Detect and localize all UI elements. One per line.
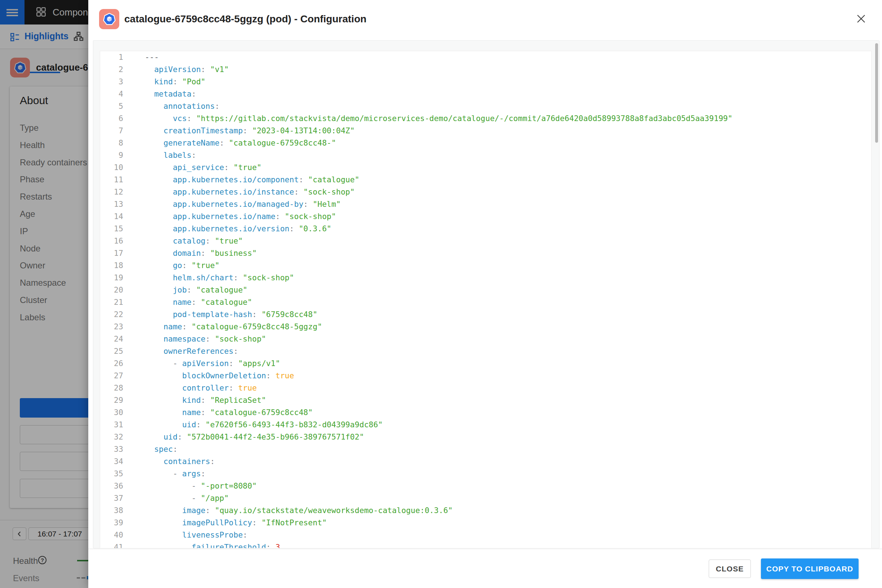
line-content: domain: "business": [123, 247, 257, 260]
code-line: 15 app.kubernetes.io/version: "0.3.6": [100, 223, 871, 235]
code-sheet[interactable]: 1---2 apiVersion: "v1"3 kind: "Pod"4 met…: [100, 51, 872, 548]
line-number: 14: [100, 210, 123, 223]
line-number: 34: [100, 455, 123, 468]
line-content: metadata:: [123, 88, 196, 100]
code-line: 34 containers:: [100, 455, 871, 468]
code-line: 3 kind: "Pod": [100, 76, 871, 88]
line-number: 37: [100, 492, 123, 504]
line-content: uid: "572b0041-44f2-4e35-b966-389767571f…: [123, 431, 364, 443]
line-number: 27: [100, 370, 123, 382]
line-number: 19: [100, 272, 123, 284]
line-number: 30: [100, 406, 123, 418]
line-content: kind: "ReplicaSet": [123, 394, 266, 406]
code-line: 35 - args:: [100, 468, 871, 480]
line-content: livenessProbe:: [123, 529, 248, 541]
line-number: 22: [100, 308, 123, 321]
line-number: 39: [100, 517, 123, 529]
code-line: 18 go: "true": [100, 260, 871, 272]
line-number: 3: [100, 76, 123, 88]
modal-title: catalogue-6759c8cc48-5ggzg (pod) - Confi…: [124, 0, 366, 38]
code-line: 19 helm.sh/chart: "sock-shop": [100, 272, 871, 284]
line-number: 11: [100, 174, 123, 186]
line-number: 7: [100, 124, 123, 137]
line-number: 24: [100, 333, 123, 345]
line-content: controller: true: [123, 382, 257, 394]
screen: Components Highlights: [0, 0, 882, 588]
code-line: 9 labels:: [100, 149, 871, 161]
line-content: go: "true": [123, 260, 219, 272]
line-number: 5: [100, 100, 123, 112]
line-number: 13: [100, 198, 123, 210]
code-line: 39 imagePullPolicy: "IfNotPresent": [100, 517, 871, 529]
code-line: 7 creationTimestamp: "2023-04-13T14:00:0…: [100, 124, 871, 137]
line-number: 6: [100, 112, 123, 124]
line-content: blockOwnerDeletion: true: [123, 370, 294, 382]
line-number: 16: [100, 235, 123, 247]
close-icon[interactable]: [853, 11, 869, 27]
line-content: name: "catalogue": [123, 296, 252, 308]
line-number: 21: [100, 296, 123, 308]
code-line: 4 metadata:: [100, 88, 871, 100]
line-number: 29: [100, 394, 123, 406]
code-line: 27 blockOwnerDeletion: true: [100, 370, 871, 382]
line-number: 12: [100, 186, 123, 198]
line-content: image: "quay.io/stackstate/weaveworksdem…: [123, 504, 453, 517]
code-line: 31 uid: "e7620f56-6493-44f3-b832-d04399a…: [100, 418, 871, 431]
code-line: 30 name: "catalogue-6759c8cc48": [100, 406, 871, 418]
line-content: containers:: [123, 455, 215, 468]
code-line: 21 name: "catalogue": [100, 296, 871, 308]
line-content: - "-port=8080": [123, 480, 257, 492]
line-number: 17: [100, 247, 123, 260]
line-number: 10: [100, 161, 123, 174]
line-number: 31: [100, 418, 123, 431]
line-content: - apiVersion: "apps/v1": [123, 357, 280, 370]
line-number: 23: [100, 321, 123, 333]
line-content: job: "catalogue": [123, 284, 248, 296]
code-line: 6 vcs: "https://gitlab.com/stackvista/de…: [100, 112, 871, 124]
modal-footer: CLOSE COPY TO CLIPBOARD: [88, 549, 882, 588]
line-content: imagePullPolicy: "IfNotPresent": [123, 517, 327, 529]
line-number: 20: [100, 284, 123, 296]
line-number: 26: [100, 357, 123, 370]
scrollbar-thumb[interactable]: [875, 43, 878, 142]
line-content: - args:: [123, 468, 206, 480]
line-content: app.kubernetes.io/managed-by: "Helm": [123, 198, 341, 210]
code-line: 36 - "-port=8080": [100, 480, 871, 492]
line-number: 32: [100, 431, 123, 443]
line-number: 15: [100, 223, 123, 235]
code-line: 5 annotations:: [100, 100, 871, 112]
line-content: name: "catalogue-6759c8cc48-5ggzg": [123, 321, 322, 333]
code-line: 37 - "/app": [100, 492, 871, 504]
line-content: ---: [123, 51, 159, 63]
line-number: 36: [100, 480, 123, 492]
close-button[interactable]: CLOSE: [709, 560, 751, 578]
code-line: 12 app.kubernetes.io/instance: "sock-sho…: [100, 186, 871, 198]
code-line: 29 kind: "ReplicaSet": [100, 394, 871, 406]
line-content: labels:: [123, 149, 196, 161]
line-content: spec:: [123, 443, 178, 455]
line-content: app.kubernetes.io/instance: "sock-shop": [123, 186, 355, 198]
code-line: 33 spec:: [100, 443, 871, 455]
line-content: - "/app": [123, 492, 229, 504]
code-line: 38 image: "quay.io/stackstate/weaveworks…: [100, 504, 871, 517]
line-number: 35: [100, 468, 123, 480]
code-line: 23 name: "catalogue-6759c8cc48-5ggzg": [100, 321, 871, 333]
line-content: apiVersion: "v1": [123, 63, 229, 76]
line-number: 2: [100, 63, 123, 76]
code-line: 10 api_service: "true": [100, 161, 871, 174]
line-number: 1: [100, 51, 123, 63]
line-content: pod-template-hash: "6759c8cc48": [123, 308, 317, 321]
line-content: kind: "Pod": [123, 76, 206, 88]
line-number: 8: [100, 137, 123, 149]
line-content: namespace: "sock-shop": [123, 333, 266, 345]
code-line: 20 job: "catalogue": [100, 284, 871, 296]
copy-to-clipboard-button[interactable]: COPY TO CLIPBOARD: [761, 558, 859, 579]
line-content: vcs: "https://gitlab.com/stackvista/demo…: [123, 112, 732, 124]
line-number: 41: [100, 541, 123, 548]
code-line: 8 generateName: "catalogue-6759c8cc48-": [100, 137, 871, 149]
line-number: 9: [100, 149, 123, 161]
code-line: 2 apiVersion: "v1": [100, 63, 871, 76]
line-number: 28: [100, 382, 123, 394]
line-number: 40: [100, 529, 123, 541]
line-content: failureThreshold: 3: [123, 541, 280, 548]
